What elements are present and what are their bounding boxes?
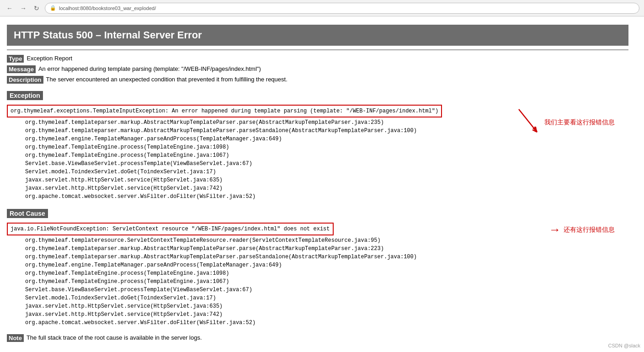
stack-line: Servlet.base.ViewBaseServlet.processTemp…	[7, 160, 628, 168]
stack-line: org.thymeleaf.TemplateEngine.process(Tem…	[7, 151, 628, 160]
stack-line: org.thymeleaf.engine.TemplateManager.par…	[7, 261, 628, 269]
stack-line: javax.servlet.http.HttpServlet.service(H…	[7, 184, 628, 192]
stack-line: org.apache.tomcat.websocket.server.WsFil…	[7, 319, 628, 327]
exception-block: org.thymeleaf.exceptions.TemplateInputEx…	[7, 105, 628, 201]
type-value: Exception Report	[27, 55, 72, 62]
root-cause-first-line: java.io.FileNotFoundException: ServletCo…	[7, 223, 334, 235]
root-cause-section: Root Cause java.io.FileNotFoundException…	[7, 204, 628, 327]
forward-button[interactable]: →	[18, 4, 28, 13]
stack-line: org.thymeleaf.templateresource.ServletCo…	[7, 236, 628, 245]
exception-stack-trace: org.thymeleaf.exceptions.TemplateInputEx…	[7, 105, 628, 201]
address-bar[interactable]: 🔒 localhost:8080/bookstore03_war_explode…	[45, 3, 639, 14]
root-cause-stack-trace: java.io.FileNotFoundException: ServletCo…	[7, 223, 628, 327]
exception-section: Exception org.thymeleaf.exceptions.Templ…	[7, 86, 628, 201]
error-title-bar: HTTP Status 500 – Internal Server Error	[7, 25, 628, 46]
url-text: localhost:8080/bookstore03_war_exploded/	[59, 5, 156, 11]
stack-line: org.thymeleaf.templateparser.markup.Abst…	[7, 253, 628, 261]
stack-line: org.thymeleaf.templateparser.markup.Abst…	[7, 245, 628, 253]
note-row: Note The full stack trace of the root ca…	[7, 334, 628, 342]
divider	[7, 49, 628, 50]
stack-line: org.thymeleaf.engine.TemplateManager.par…	[7, 135, 628, 143]
exception-header: Exception	[7, 91, 43, 100]
error-title: HTTP Status 500 – Internal Server Error	[14, 29, 202, 41]
exception-stack-lines: org.thymeleaf.templateparser.markup.Abst…	[7, 118, 628, 201]
stack-line: javax.servlet.http.HttpServlet.service(H…	[7, 302, 628, 310]
message-label: Message	[7, 65, 36, 73]
root-cause-header: Root Cause	[7, 209, 48, 218]
description-value: The server encountered an unexpected con…	[46, 76, 287, 83]
exception-first-line: org.thymeleaf.exceptions.TemplateInputEx…	[7, 105, 442, 117]
description-label: Description	[7, 76, 43, 84]
description-row: Description The server encountered an un…	[7, 76, 628, 84]
page-content: HTTP Status 500 – Internal Server Error …	[0, 16, 635, 349]
stack-line: org.thymeleaf.templateparser.markup.Abst…	[7, 118, 628, 127]
note-value: The full stack trace of the root cause i…	[27, 334, 202, 341]
stack-line: Servlet.base.ViewBaseServlet.processTemp…	[7, 286, 628, 294]
stack-line: org.thymeleaf.templateparser.markup.Abst…	[7, 127, 628, 135]
stack-line: org.thymeleaf.TemplateEngine.process(Tem…	[7, 269, 628, 277]
stack-line: org.thymeleaf.TemplateEngine.process(Tem…	[7, 277, 628, 286]
stack-line: Servlet.model.ToindexServlet.doGet(Toind…	[7, 294, 628, 302]
root-cause-stack-lines: org.thymeleaf.templateresource.ServletCo…	[7, 236, 628, 327]
stack-line: org.apache.tomcat.websocket.server.WsFil…	[7, 192, 628, 201]
back-button[interactable]: ←	[5, 4, 15, 13]
stack-line: org.thymeleaf.TemplateEngine.process(Tem…	[7, 143, 628, 151]
type-label: Type	[7, 55, 24, 63]
reload-button[interactable]: ↻	[32, 4, 41, 13]
lock-icon: 🔒	[50, 5, 56, 11]
root-cause-block: java.io.FileNotFoundException: ServletCo…	[7, 223, 628, 327]
stack-line: javax.servlet.http.HttpServlet.service(H…	[7, 310, 628, 319]
type-row: Type Exception Report	[7, 55, 628, 63]
watermark: CSDN @slack	[608, 343, 640, 348]
exception-stack-wrapper: org.thymeleaf.exceptions.TemplateInputEx…	[7, 105, 628, 201]
note-label: Note	[7, 334, 24, 342]
message-value: An error happened during template parsin…	[38, 65, 261, 72]
browser-chrome: ← → ↻ 🔒 localhost:8080/bookstore03_war_e…	[0, 0, 644, 16]
message-row: Message An error happened during templat…	[7, 65, 628, 73]
stack-line: javax.servlet.http.HttpServlet.service(H…	[7, 176, 628, 184]
stack-line: Servlet.model.ToindexServlet.doGet(Toind…	[7, 168, 628, 176]
